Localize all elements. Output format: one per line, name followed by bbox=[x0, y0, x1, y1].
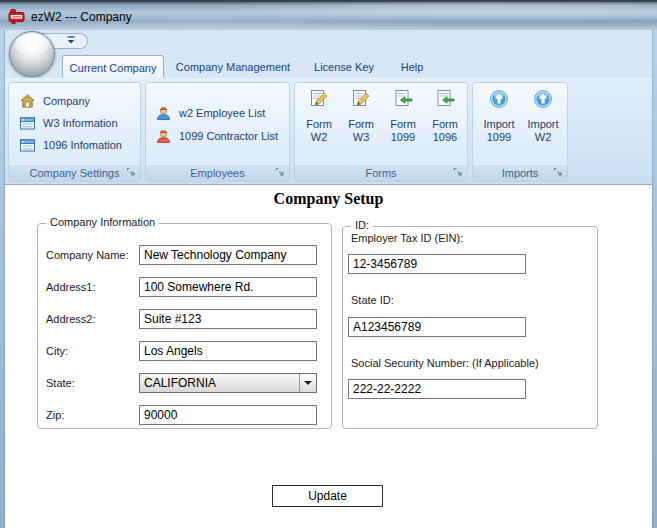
state-id-input[interactable] bbox=[348, 317, 526, 337]
page-title: Company Setup bbox=[5, 190, 652, 208]
state-label: State: bbox=[46, 373, 75, 393]
ribbon-group-imports: Import 1099 Import W2 Imports bbox=[472, 82, 568, 182]
doc-arrow-icon bbox=[393, 89, 413, 109]
tab-license-key[interactable]: License Key bbox=[306, 55, 382, 79]
application-orb-button[interactable] bbox=[9, 31, 55, 77]
button-label-line2: W3 bbox=[341, 131, 381, 144]
button-label-line2: 1099 bbox=[383, 131, 423, 144]
group-footer-company-settings: Company Settings bbox=[9, 164, 140, 181]
company-name-input[interactable] bbox=[139, 245, 317, 265]
form-list-icon bbox=[19, 115, 36, 132]
ribbon-item-label: W3 Information bbox=[43, 117, 118, 129]
tab-help[interactable]: Help bbox=[390, 55, 434, 79]
button-label-line1: Form bbox=[341, 118, 381, 131]
home-icon bbox=[19, 93, 36, 110]
main-content: Company Setup Company Information Compan… bbox=[5, 184, 652, 528]
person-red-icon bbox=[155, 128, 172, 145]
ribbon-button-form-w3[interactable]: Form W3 bbox=[341, 85, 381, 163]
ein-input[interactable] bbox=[348, 254, 526, 274]
ribbon-button-form-1099[interactable]: Form 1099 bbox=[383, 85, 423, 163]
ssn-input[interactable] bbox=[348, 379, 526, 399]
app-window: ezW2 --- Company Current Company Company… bbox=[0, 0, 657, 528]
ribbon-item-w2-employee-list[interactable]: w2 Employee List bbox=[155, 103, 265, 123]
tab-current-company[interactable]: Current Company bbox=[62, 55, 164, 79]
chevron-down-icon[interactable] bbox=[299, 374, 316, 392]
dialog-launcher-icon[interactable] bbox=[275, 167, 286, 178]
address1-input[interactable] bbox=[139, 277, 317, 297]
dialog-launcher-icon[interactable] bbox=[453, 167, 464, 178]
dialog-launcher-icon[interactable] bbox=[126, 167, 137, 178]
dialog-launcher-icon[interactable] bbox=[553, 167, 564, 178]
doc-edit-icon bbox=[351, 89, 371, 109]
group-footer-forms: Forms bbox=[295, 164, 467, 181]
button-label-line1: Import bbox=[477, 118, 521, 131]
ssn-label: Social Security Number: (If Applicable) bbox=[351, 356, 539, 370]
window-title: ezW2 --- Company bbox=[31, 2, 132, 32]
app-icon[interactable] bbox=[8, 8, 26, 26]
button-label-line1: Form bbox=[383, 118, 423, 131]
ribbon-group-company-settings: Company W3 Information bbox=[8, 82, 141, 182]
button-label-line2: 1096 bbox=[425, 131, 465, 144]
zip-label: Zip: bbox=[46, 405, 64, 425]
button-label-line1: Form bbox=[425, 118, 465, 131]
group-label: Company Settings bbox=[9, 165, 140, 181]
groupbox-legend: ID: bbox=[351, 219, 373, 231]
ribbon-group-employees: w2 Employee List 1099 Contractor List Em… bbox=[145, 82, 290, 182]
button-label-line1: Form bbox=[299, 118, 339, 131]
ribbon-button-form-w2[interactable]: Form W2 bbox=[299, 85, 339, 163]
button-label-line2: 1099 bbox=[477, 131, 521, 144]
ein-label: Employer Tax ID (EIN): bbox=[351, 231, 463, 245]
group-label: Employees bbox=[146, 165, 289, 181]
import-up-icon bbox=[533, 89, 553, 109]
update-button[interactable]: Update bbox=[272, 485, 383, 507]
ribbon-item-1099-contractor-list[interactable]: 1099 Contractor List bbox=[155, 126, 278, 146]
person-blue-icon bbox=[155, 105, 172, 122]
import-up-icon bbox=[489, 89, 509, 109]
state-selected-value: CALIFORNIA bbox=[144, 374, 216, 392]
ribbon-item-label: 1096 Infomation bbox=[43, 139, 122, 151]
button-label-line2: W2 bbox=[299, 131, 339, 144]
doc-arrow-icon bbox=[435, 89, 455, 109]
groupbox-company-information: Company Information Company Name: Addres… bbox=[37, 223, 332, 429]
group-footer-employees: Employees bbox=[146, 164, 289, 181]
ribbon-item-1096-infomation[interactable]: 1096 Infomation bbox=[19, 135, 122, 155]
ribbon-item-label: w2 Employee List bbox=[179, 107, 265, 119]
window-frame-right bbox=[652, 30, 657, 528]
title-bar[interactable]: ezW2 --- Company bbox=[0, 0, 657, 30]
ribbon-group-forms: Form W2 Form W3 bbox=[294, 82, 468, 182]
ribbon-item-w3-information[interactable]: W3 Information bbox=[19, 113, 118, 133]
ribbon-button-import-w2[interactable]: Import W2 bbox=[521, 85, 565, 163]
qat-customize-icon[interactable] bbox=[66, 36, 76, 45]
groupbox-legend: Company Information bbox=[46, 216, 159, 228]
address2-input[interactable] bbox=[139, 309, 317, 329]
ribbon: Company W3 Information bbox=[5, 78, 652, 184]
groupbox-id: ID: Employer Tax ID (EIN): State ID: Soc… bbox=[342, 226, 598, 429]
form-list-icon bbox=[19, 137, 36, 154]
zip-input[interactable] bbox=[139, 405, 317, 425]
address1-label: Address1: bbox=[46, 277, 96, 297]
button-label-line1: Import bbox=[521, 118, 565, 131]
ribbon-button-form-1096[interactable]: Form 1096 bbox=[425, 85, 465, 163]
city-label: City: bbox=[46, 341, 68, 361]
doc-edit-icon bbox=[309, 89, 329, 109]
group-label: Forms bbox=[295, 165, 467, 181]
group-footer-imports: Imports bbox=[473, 164, 567, 181]
city-input[interactable] bbox=[139, 341, 317, 361]
company-name-label: Company Name: bbox=[46, 245, 129, 265]
ribbon-item-company[interactable]: Company bbox=[19, 91, 90, 111]
address2-label: Address2: bbox=[46, 309, 96, 329]
ribbon-item-label: Company bbox=[43, 95, 90, 107]
ribbon-button-import-1099[interactable]: Import 1099 bbox=[477, 85, 521, 163]
state-id-label: State ID: bbox=[351, 293, 394, 307]
ribbon-item-label: 1099 Contractor List bbox=[179, 130, 278, 142]
button-label-line2: W2 bbox=[521, 131, 565, 144]
state-select[interactable]: CALIFORNIA bbox=[139, 373, 317, 393]
tab-company-management[interactable]: Company Management bbox=[172, 55, 294, 79]
